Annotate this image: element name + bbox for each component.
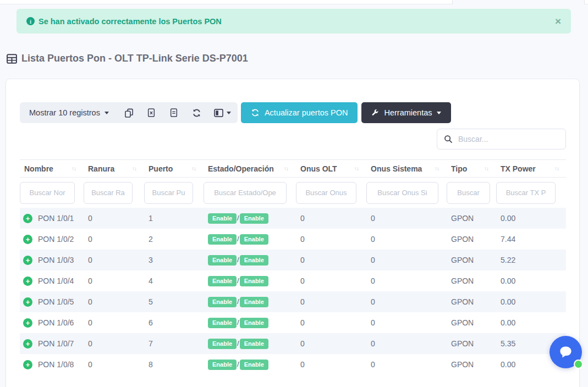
cell-tipo: GPON [447, 235, 496, 244]
pon-ports-table: Nombre↑↓Ranura↑↓Puerto↑↓Estado/Operación… [20, 159, 566, 375]
global-search-input[interactable] [458, 135, 559, 143]
cell-estado-operacion: Enable/Enable [204, 234, 296, 245]
cell-tx-power: 0.00 [496, 297, 567, 306]
cell-onus-olt: 0 [296, 297, 366, 306]
enable-badge: Enable [208, 234, 237, 245]
tools-dropdown-button[interactable]: Herramientas [361, 102, 451, 123]
cell-tx-power: 0.00 [496, 277, 567, 285]
cell-estado-operacion: Enable/Enable [204, 213, 296, 224]
column-header-tx_power[interactable]: TX Power↑↓ [496, 164, 567, 173]
filter-estado-input[interactable] [204, 182, 287, 204]
filter-puerto-input[interactable] [144, 182, 193, 204]
cell-puerto: 1 [144, 214, 204, 223]
enable-badge: Enable [208, 360, 237, 370]
update-pon-ports-button[interactable]: Actualizar puertos PON [241, 102, 358, 123]
cell-ranura: 0 [84, 235, 144, 244]
table-row: +PON 1/0/101Enable/Enable00GPON0.00 [20, 208, 566, 229]
enable-badge: Enable [240, 360, 268, 370]
cell-tipo: GPON [447, 360, 496, 369]
enable-badge: Enable [208, 297, 237, 307]
cell-tx-power: 7.44 [496, 235, 567, 244]
chat-bubble-icon [557, 344, 574, 361]
column-header-nombre[interactable]: Nombre↑↓ [20, 164, 84, 173]
cell-onus-sistema: 0 [366, 339, 447, 348]
enable-badge: Enable [240, 297, 268, 307]
expand-row-plus-icon[interactable]: + [23, 297, 32, 307]
topbar-segment [452, 0, 585, 4]
cell-onus-sistema: 0 [366, 256, 447, 264]
expand-row-plus-icon[interactable]: + [23, 235, 32, 244]
filter-tx_power-input[interactable] [496, 182, 556, 204]
cell-ranura: 0 [84, 256, 144, 264]
global-search-box [437, 129, 566, 150]
enable-badge: Enable [240, 276, 268, 286]
cell-puerto: 6 [144, 318, 204, 327]
expand-row-plus-icon[interactable]: + [23, 256, 32, 265]
table-header-row: Nombre↑↓Ranura↑↓Puerto↑↓Estado/Operación… [20, 159, 566, 178]
enable-badge: Enable [208, 318, 237, 328]
column-header-ranura[interactable]: Ranura↑↓ [84, 164, 144, 173]
cell-estado-operacion: Enable/Enable [204, 297, 296, 307]
enable-badge: Enable [208, 255, 237, 266]
refresh-icon-button[interactable] [185, 102, 208, 123]
search-row [20, 129, 566, 150]
filter-tipo-input[interactable] [447, 182, 490, 204]
expand-row-plus-icon[interactable]: + [23, 339, 32, 349]
pon-ports-card: Mostrar 10 registros [6, 79, 580, 387]
cell-nombre: +PON 1/0/2 [20, 235, 84, 244]
sort-icon: ↑↓ [435, 165, 439, 172]
cell-onus-sistema: 0 [366, 277, 447, 285]
cell-estado-operacion: Enable/Enable [204, 360, 296, 370]
cell-nombre: +PON 1/0/7 [20, 339, 84, 349]
cell-puerto: 3 [144, 256, 204, 264]
page-title-text: Lista Puertos Pon - OLT TP-Link Serie DS… [21, 53, 248, 64]
table-row: +PON 1/0/707Enable/Enable00GPON5.35 [20, 333, 566, 354]
expand-row-plus-icon[interactable]: + [23, 277, 32, 286]
cell-onus-olt: 0 [296, 214, 366, 223]
table-row: +PON 1/0/606Enable/Enable00GPON0.00 [20, 312, 566, 333]
alert-close-button[interactable]: × [555, 16, 561, 26]
cell-estado-operacion: Enable/Enable [204, 255, 296, 266]
column-header-estado[interactable]: Estado/Operación↑↓ [204, 164, 296, 173]
cell-onus-olt: 0 [296, 277, 366, 285]
cell-nombre: +PON 1/0/5 [20, 297, 84, 307]
file-export-icon-button[interactable] [163, 102, 185, 123]
cell-puerto: 8 [144, 360, 204, 369]
excel-export-icon-button[interactable] [140, 102, 163, 123]
cell-ranura: 0 [84, 214, 144, 223]
filter-onus_olt-input[interactable] [296, 182, 356, 204]
enable-badge: Enable [240, 213, 268, 224]
filter-onus_sistema-input[interactable] [366, 182, 438, 204]
caret-down-icon [437, 112, 441, 114]
refresh-icon [251, 108, 260, 117]
cell-puerto: 5 [144, 297, 204, 306]
cell-estado-operacion: Enable/Enable [204, 318, 296, 328]
chat-widget-button[interactable] [549, 336, 582, 368]
enable-badge: Enable [240, 255, 268, 266]
expand-row-plus-icon[interactable]: + [23, 360, 32, 369]
filter-ranura-input[interactable] [84, 182, 133, 204]
enable-badge: Enable [240, 339, 268, 349]
cell-tipo: GPON [447, 214, 496, 223]
page-title: Lista Puertos Pon - OLT TP-Link Serie DS… [7, 53, 248, 64]
column-header-onus_sistema[interactable]: Onus Sistema↑↓ [366, 164, 447, 173]
column-header-tipo[interactable]: Tipo↑↓ [447, 164, 496, 173]
cell-nombre: +PON 1/0/6 [20, 318, 84, 328]
expand-row-plus-icon[interactable]: + [23, 318, 32, 328]
column-visibility-icon-button[interactable] [208, 102, 238, 123]
filter-nombre-input[interactable] [20, 182, 75, 204]
table-toolbar: Mostrar 10 registros [20, 102, 566, 123]
show-entries-dropdown[interactable]: Mostrar 10 registros [20, 102, 118, 123]
cell-onus-olt: 0 [296, 235, 366, 244]
cell-ranura: 0 [84, 360, 144, 369]
column-header-onus_olt[interactable]: Onus OLT↑↓ [296, 164, 366, 173]
cell-onus-olt: 0 [296, 318, 366, 327]
page: i Se han activado correctamente los Puer… [0, 0, 588, 387]
info-icon: i [26, 17, 35, 25]
copy-icon-button[interactable] [118, 102, 140, 123]
column-header-puerto[interactable]: Puerto↑↓ [144, 164, 204, 173]
sort-icon: ↑↓ [72, 165, 76, 172]
expand-row-plus-icon[interactable]: + [23, 214, 32, 223]
cell-tipo: GPON [447, 256, 496, 264]
cell-tx-power: 5.22 [496, 256, 567, 264]
